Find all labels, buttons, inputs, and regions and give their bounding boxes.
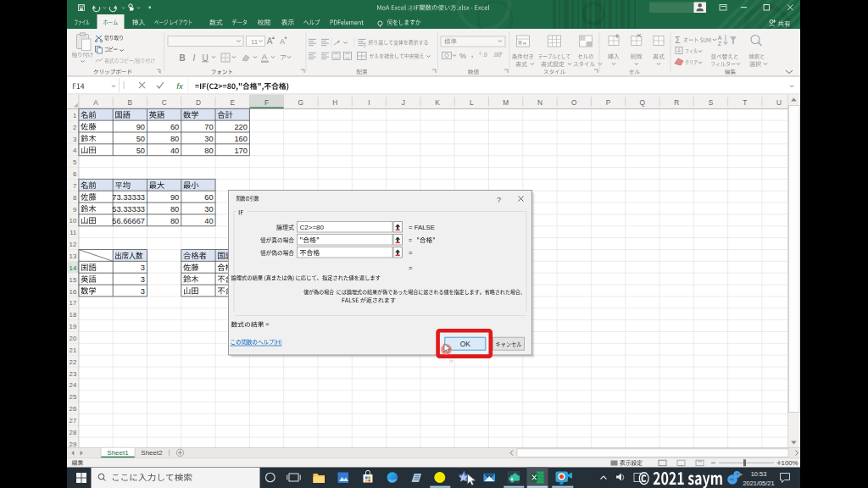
svg-text:A: A [93,98,98,107]
svg-text:30: 30 [204,135,213,143]
svg-text:8: 8 [73,194,76,202]
svg-text:40: 40 [204,217,213,225]
svg-text:53.33333: 53.33333 [112,205,145,214]
svg-text:11: 11 [70,229,76,236]
svg-text:3: 3 [141,275,145,284]
svg-text:2021/05/21: 2021/05/21 [743,480,775,487]
svg-text:170: 170 [234,147,248,155]
svg-text:T: T [743,98,747,107]
svg-text:B: B [128,98,133,107]
svg-text:9: 9 [73,206,76,214]
svg-text:15: 15 [70,276,77,284]
svg-text:fx: fx [176,81,184,91]
svg-text:3: 3 [141,263,145,272]
svg-text:E: E [230,98,235,107]
svg-text:17: 17 [70,299,77,307]
svg-text:=: = [409,264,413,272]
svg-text:23: 23 [70,370,77,378]
svg-text:M: M [503,98,509,107]
svg-text:O: O [571,98,577,107]
svg-text:27: 27 [70,417,77,424]
svg-text:Σ: Σ [675,36,680,45]
svg-text:80: 80 [170,135,179,143]
svg-text:Sheet1: Sheet1 [107,449,129,457]
svg-text:29: 29 [70,441,77,448]
svg-text:160: 160 [234,135,248,143]
svg-text:6: 6 [73,170,76,178]
svg-text:OK: OK [460,340,471,348]
svg-text:Z: Z [718,41,722,47]
svg-text:I: I [193,53,196,63]
svg-text:H: H [332,98,337,107]
svg-text:=: = [409,249,413,257]
svg-text:28: 28 [70,429,77,436]
svg-text:.00: .00 [492,52,500,58]
svg-text:50: 50 [136,135,145,143]
svg-text:L: L [470,98,474,107]
svg-text:60: 60 [204,193,213,202]
svg-text:90: 90 [170,193,179,202]
svg-text:?: ? [497,196,501,204]
svg-text:J: J [402,98,405,107]
svg-text:5: 5 [73,158,77,166]
svg-text:80: 80 [170,205,179,214]
svg-text:Q: Q [640,98,646,107]
svg-text:10:53: 10:53 [751,470,767,478]
svg-text:,: , [470,48,473,58]
svg-text:11: 11 [251,38,259,46]
svg-text:19: 19 [70,323,77,330]
svg-text:I: I [368,98,370,107]
svg-text:80: 80 [204,147,213,155]
svg-text:30: 30 [204,205,213,214]
svg-text:B: B [179,53,185,63]
svg-text:25: 25 [70,393,77,401]
svg-text:U: U [202,53,208,63]
svg-text:4: 4 [73,147,77,154]
svg-text:A: A [262,52,268,61]
svg-text:70: 70 [204,123,213,131]
svg-text:24: 24 [70,381,77,389]
svg-text:2: 2 [73,124,76,131]
svg-text:220: 220 [234,123,248,131]
svg-text:18: 18 [70,311,77,319]
svg-text:A: A [267,36,273,46]
svg-text:G: G [298,98,303,107]
svg-text:3: 3 [73,136,76,143]
svg-text:C2>=80: C2>=80 [300,224,325,231]
svg-text:C: C [162,98,167,107]
svg-text:50: 50 [136,147,145,155]
svg-text:A: A [280,37,285,46]
svg-text:10: 10 [70,217,77,225]
svg-text:14: 14 [70,264,77,272]
svg-text:56.66667: 56.66667 [112,217,145,225]
svg-text:73.33333: 73.33333 [112,193,145,202]
svg-text:80: 80 [170,217,179,225]
svg-text:16: 16 [70,288,77,296]
svg-text:%: % [459,52,466,60]
svg-text:U: U [776,98,782,107]
svg-text:K: K [435,98,440,107]
svg-text:R: R [674,98,679,107]
svg-text:21: 21 [70,347,77,354]
svg-text:S: S [709,98,714,107]
svg-text:22: 22 [70,358,77,366]
svg-text:F: F [264,98,269,107]
svg-text:100%: 100% [782,459,798,467]
svg-text:D: D [196,98,201,107]
svg-text:1: 1 [73,112,76,119]
svg-text:7: 7 [73,182,76,190]
svg-text:P: P [606,98,611,107]
svg-text:12: 12 [70,241,77,248]
svg-text:Sheet2: Sheet2 [141,449,163,457]
svg-text:= FALSE: = FALSE [409,224,435,231]
svg-text:N: N [537,98,542,107]
svg-text:A: A [718,35,722,41]
svg-text:90: 90 [136,123,145,131]
svg-text:40: 40 [170,147,179,155]
svg-text:26: 26 [70,405,77,413]
svg-text:13: 13 [70,252,77,260]
svg-text:60: 60 [170,123,179,131]
svg-text:20: 20 [70,335,77,342]
svg-text:3: 3 [141,287,145,296]
svg-text:.0: .0 [482,52,487,58]
